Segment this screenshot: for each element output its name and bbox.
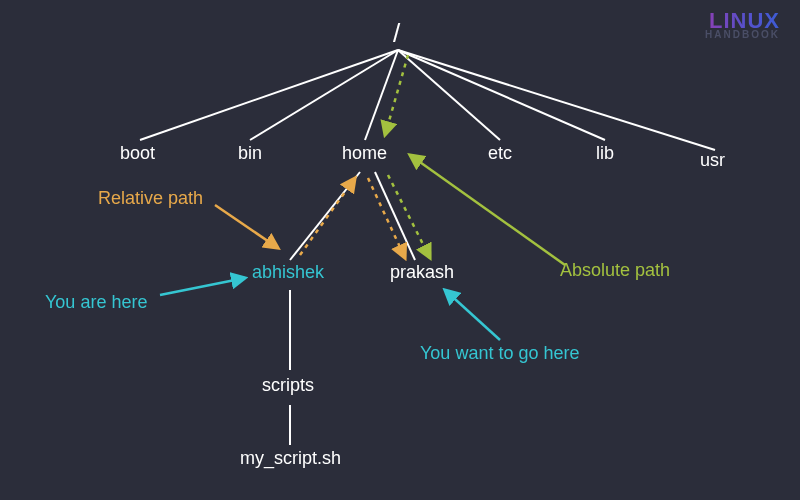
node-scripts: scripts bbox=[262, 375, 314, 396]
node-my-script: my_script.sh bbox=[240, 448, 341, 469]
node-lib: lib bbox=[596, 143, 614, 164]
node-root: / bbox=[393, 18, 400, 49]
annotation-absolute-path: Absolute path bbox=[560, 260, 670, 281]
annotation-you-want-go: You want to go here bbox=[420, 343, 579, 364]
annotation-relative-path: Relative path bbox=[98, 188, 203, 209]
svg-line-6 bbox=[290, 172, 360, 260]
svg-line-1 bbox=[250, 50, 398, 140]
logo-main: LINUX bbox=[705, 12, 780, 31]
node-usr: usr bbox=[700, 150, 725, 171]
node-bin: bin bbox=[238, 143, 262, 164]
logo: LINUX HANDBOOK bbox=[705, 12, 780, 39]
svg-line-3 bbox=[398, 50, 500, 140]
node-home: home bbox=[342, 143, 387, 164]
svg-line-2 bbox=[365, 50, 398, 140]
node-abhishek: abhishek bbox=[252, 262, 324, 283]
node-prakash: prakash bbox=[390, 262, 454, 283]
node-boot: boot bbox=[120, 143, 155, 164]
logo-sub: HANDBOOK bbox=[705, 31, 780, 40]
tree-diagram bbox=[0, 0, 800, 500]
node-etc: etc bbox=[488, 143, 512, 164]
svg-line-16 bbox=[445, 290, 500, 340]
svg-line-13 bbox=[368, 178, 405, 258]
svg-line-4 bbox=[398, 50, 605, 140]
annotation-you-are-here: You are here bbox=[45, 292, 147, 313]
svg-line-5 bbox=[398, 50, 715, 150]
svg-line-10 bbox=[385, 55, 408, 135]
svg-line-0 bbox=[140, 50, 398, 140]
svg-line-17 bbox=[410, 155, 565, 265]
svg-line-15 bbox=[160, 278, 245, 295]
svg-line-14 bbox=[215, 205, 278, 248]
